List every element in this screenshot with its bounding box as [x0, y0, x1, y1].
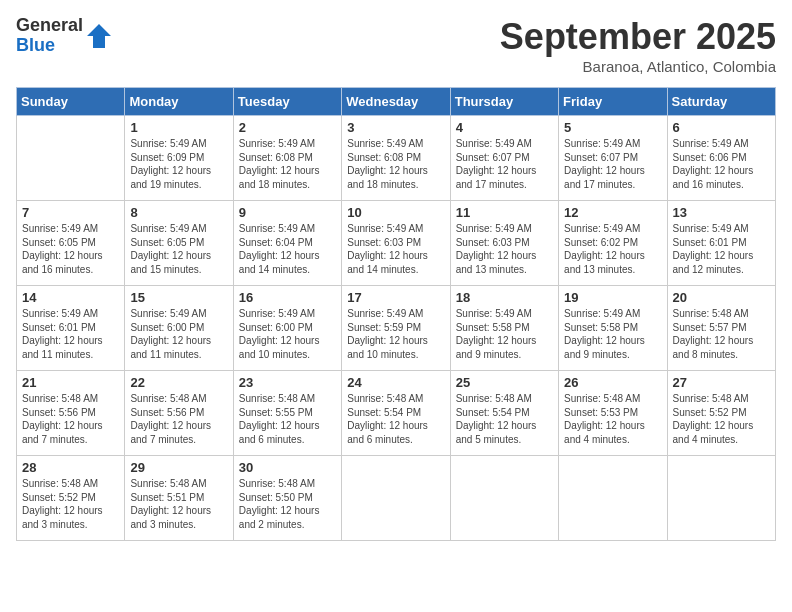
day-info: Sunrise: 5:49 AM Sunset: 6:01 PM Dayligh… [673, 222, 770, 276]
logo-icon [85, 22, 113, 50]
day-number: 12 [564, 205, 661, 220]
weekday-header: Monday [125, 88, 233, 116]
calendar-cell: 12Sunrise: 5:49 AM Sunset: 6:02 PM Dayli… [559, 201, 667, 286]
day-number: 4 [456, 120, 553, 135]
calendar-cell: 28Sunrise: 5:48 AM Sunset: 5:52 PM Dayli… [17, 456, 125, 541]
calendar-cell: 24Sunrise: 5:48 AM Sunset: 5:54 PM Dayli… [342, 371, 450, 456]
day-info: Sunrise: 5:49 AM Sunset: 6:09 PM Dayligh… [130, 137, 227, 191]
weekday-header: Tuesday [233, 88, 341, 116]
calendar-cell: 13Sunrise: 5:49 AM Sunset: 6:01 PM Dayli… [667, 201, 775, 286]
day-number: 18 [456, 290, 553, 305]
day-number: 15 [130, 290, 227, 305]
calendar-cell [667, 456, 775, 541]
calendar-cell [450, 456, 558, 541]
day-number: 26 [564, 375, 661, 390]
day-info: Sunrise: 5:49 AM Sunset: 6:01 PM Dayligh… [22, 307, 119, 361]
calendar-cell [342, 456, 450, 541]
calendar-week-row: 7Sunrise: 5:49 AM Sunset: 6:05 PM Daylig… [17, 201, 776, 286]
day-info: Sunrise: 5:49 AM Sunset: 5:58 PM Dayligh… [456, 307, 553, 361]
day-info: Sunrise: 5:49 AM Sunset: 6:03 PM Dayligh… [456, 222, 553, 276]
calendar-cell: 6Sunrise: 5:49 AM Sunset: 6:06 PM Daylig… [667, 116, 775, 201]
day-number: 28 [22, 460, 119, 475]
day-info: Sunrise: 5:49 AM Sunset: 6:05 PM Dayligh… [22, 222, 119, 276]
calendar-cell: 16Sunrise: 5:49 AM Sunset: 6:00 PM Dayli… [233, 286, 341, 371]
calendar-cell: 9Sunrise: 5:49 AM Sunset: 6:04 PM Daylig… [233, 201, 341, 286]
day-info: Sunrise: 5:48 AM Sunset: 5:53 PM Dayligh… [564, 392, 661, 446]
logo-general: General [16, 16, 83, 36]
day-info: Sunrise: 5:48 AM Sunset: 5:56 PM Dayligh… [130, 392, 227, 446]
location-title: Baranoa, Atlantico, Colombia [500, 58, 776, 75]
weekday-header: Thursday [450, 88, 558, 116]
calendar-week-row: 28Sunrise: 5:48 AM Sunset: 5:52 PM Dayli… [17, 456, 776, 541]
day-number: 21 [22, 375, 119, 390]
day-info: Sunrise: 5:49 AM Sunset: 6:07 PM Dayligh… [564, 137, 661, 191]
calendar-week-row: 14Sunrise: 5:49 AM Sunset: 6:01 PM Dayli… [17, 286, 776, 371]
day-number: 20 [673, 290, 770, 305]
calendar-cell: 19Sunrise: 5:49 AM Sunset: 5:58 PM Dayli… [559, 286, 667, 371]
calendar-cell: 5Sunrise: 5:49 AM Sunset: 6:07 PM Daylig… [559, 116, 667, 201]
day-number: 23 [239, 375, 336, 390]
logo-blue: Blue [16, 36, 83, 56]
day-number: 8 [130, 205, 227, 220]
day-info: Sunrise: 5:49 AM Sunset: 5:59 PM Dayligh… [347, 307, 444, 361]
day-info: Sunrise: 5:48 AM Sunset: 5:51 PM Dayligh… [130, 477, 227, 531]
month-title: September 2025 [500, 16, 776, 58]
day-number: 7 [22, 205, 119, 220]
day-info: Sunrise: 5:49 AM Sunset: 6:03 PM Dayligh… [347, 222, 444, 276]
day-number: 3 [347, 120, 444, 135]
day-number: 29 [130, 460, 227, 475]
day-info: Sunrise: 5:48 AM Sunset: 5:52 PM Dayligh… [22, 477, 119, 531]
calendar-cell: 3Sunrise: 5:49 AM Sunset: 6:08 PM Daylig… [342, 116, 450, 201]
day-info: Sunrise: 5:48 AM Sunset: 5:52 PM Dayligh… [673, 392, 770, 446]
calendar-cell: 15Sunrise: 5:49 AM Sunset: 6:00 PM Dayli… [125, 286, 233, 371]
calendar-cell: 10Sunrise: 5:49 AM Sunset: 6:03 PM Dayli… [342, 201, 450, 286]
calendar-cell: 14Sunrise: 5:49 AM Sunset: 6:01 PM Dayli… [17, 286, 125, 371]
day-number: 5 [564, 120, 661, 135]
calendar-cell: 21Sunrise: 5:48 AM Sunset: 5:56 PM Dayli… [17, 371, 125, 456]
day-info: Sunrise: 5:48 AM Sunset: 5:50 PM Dayligh… [239, 477, 336, 531]
calendar-cell: 2Sunrise: 5:49 AM Sunset: 6:08 PM Daylig… [233, 116, 341, 201]
day-number: 22 [130, 375, 227, 390]
calendar-header-row: SundayMondayTuesdayWednesdayThursdayFrid… [17, 88, 776, 116]
day-number: 10 [347, 205, 444, 220]
header: General Blue September 2025 Baranoa, Atl… [16, 16, 776, 75]
day-number: 19 [564, 290, 661, 305]
day-info: Sunrise: 5:49 AM Sunset: 6:00 PM Dayligh… [130, 307, 227, 361]
calendar-cell: 29Sunrise: 5:48 AM Sunset: 5:51 PM Dayli… [125, 456, 233, 541]
day-info: Sunrise: 5:48 AM Sunset: 5:56 PM Dayligh… [22, 392, 119, 446]
calendar-cell: 18Sunrise: 5:49 AM Sunset: 5:58 PM Dayli… [450, 286, 558, 371]
calendar: SundayMondayTuesdayWednesdayThursdayFrid… [16, 87, 776, 541]
calendar-cell: 30Sunrise: 5:48 AM Sunset: 5:50 PM Dayli… [233, 456, 341, 541]
day-number: 24 [347, 375, 444, 390]
calendar-week-row: 21Sunrise: 5:48 AM Sunset: 5:56 PM Dayli… [17, 371, 776, 456]
title-area: September 2025 Baranoa, Atlantico, Colom… [500, 16, 776, 75]
calendar-cell: 20Sunrise: 5:48 AM Sunset: 5:57 PM Dayli… [667, 286, 775, 371]
day-number: 2 [239, 120, 336, 135]
calendar-cell: 1Sunrise: 5:49 AM Sunset: 6:09 PM Daylig… [125, 116, 233, 201]
day-number: 25 [456, 375, 553, 390]
day-info: Sunrise: 5:49 AM Sunset: 6:07 PM Dayligh… [456, 137, 553, 191]
calendar-cell: 27Sunrise: 5:48 AM Sunset: 5:52 PM Dayli… [667, 371, 775, 456]
calendar-cell: 22Sunrise: 5:48 AM Sunset: 5:56 PM Dayli… [125, 371, 233, 456]
weekday-header: Friday [559, 88, 667, 116]
day-info: Sunrise: 5:48 AM Sunset: 5:55 PM Dayligh… [239, 392, 336, 446]
calendar-cell: 4Sunrise: 5:49 AM Sunset: 6:07 PM Daylig… [450, 116, 558, 201]
calendar-week-row: 1Sunrise: 5:49 AM Sunset: 6:09 PM Daylig… [17, 116, 776, 201]
calendar-cell: 11Sunrise: 5:49 AM Sunset: 6:03 PM Dayli… [450, 201, 558, 286]
day-number: 11 [456, 205, 553, 220]
day-number: 13 [673, 205, 770, 220]
calendar-cell [17, 116, 125, 201]
calendar-cell: 7Sunrise: 5:49 AM Sunset: 6:05 PM Daylig… [17, 201, 125, 286]
day-info: Sunrise: 5:49 AM Sunset: 6:04 PM Dayligh… [239, 222, 336, 276]
day-number: 9 [239, 205, 336, 220]
weekday-header: Sunday [17, 88, 125, 116]
day-info: Sunrise: 5:49 AM Sunset: 6:08 PM Dayligh… [347, 137, 444, 191]
day-number: 17 [347, 290, 444, 305]
calendar-cell: 26Sunrise: 5:48 AM Sunset: 5:53 PM Dayli… [559, 371, 667, 456]
day-number: 27 [673, 375, 770, 390]
day-info: Sunrise: 5:49 AM Sunset: 6:06 PM Dayligh… [673, 137, 770, 191]
weekday-header: Wednesday [342, 88, 450, 116]
day-number: 14 [22, 290, 119, 305]
calendar-cell: 23Sunrise: 5:48 AM Sunset: 5:55 PM Dayli… [233, 371, 341, 456]
calendar-cell: 17Sunrise: 5:49 AM Sunset: 5:59 PM Dayli… [342, 286, 450, 371]
